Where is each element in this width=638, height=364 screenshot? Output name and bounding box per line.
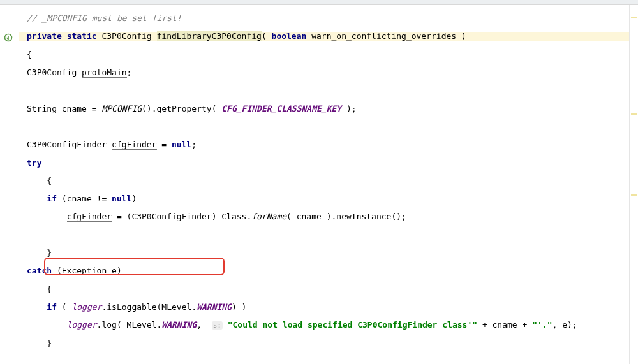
method-call: isLoggable bbox=[107, 302, 156, 312]
kw-if: if bbox=[47, 302, 57, 312]
brace: { bbox=[47, 284, 52, 294]
method-call: MPCONFIG bbox=[101, 104, 142, 113]
type: C3P0Config bbox=[27, 68, 77, 77]
class: MLevel bbox=[161, 302, 191, 312]
type: C3P0Config bbox=[101, 31, 151, 41]
kw-if: if bbox=[47, 194, 57, 203]
string: "Could not load specified C3P0ConfigFind… bbox=[228, 320, 477, 330]
p: ; bbox=[572, 320, 577, 330]
kw-static: static bbox=[67, 31, 97, 41]
string: "'." bbox=[532, 320, 552, 330]
field: logger bbox=[67, 320, 97, 330]
p: ; bbox=[401, 212, 406, 221]
method-decl: findLibraryC3P0Config bbox=[157, 31, 262, 41]
class: MLevel bbox=[127, 320, 157, 330]
p: ) bbox=[461, 31, 466, 41]
field: logger bbox=[71, 302, 101, 312]
stripe-mark[interactable] bbox=[631, 17, 637, 18]
kw-try: try bbox=[27, 158, 41, 168]
var: cfgFinder bbox=[67, 212, 112, 222]
method-call: forName bbox=[251, 212, 286, 221]
op: + bbox=[517, 320, 532, 330]
var: e bbox=[562, 320, 567, 330]
error-stripe[interactable] bbox=[629, 5, 638, 364]
tab-strip bbox=[0, 0, 638, 5]
comment: // _MPCONFIG must be set first! bbox=[27, 13, 182, 23]
p: = bbox=[87, 104, 101, 113]
op: != bbox=[92, 194, 112, 203]
var: cname bbox=[67, 194, 92, 203]
brace: { bbox=[47, 176, 52, 186]
code-editor[interactable]: // _MPCONFIG must be set first! private … bbox=[0, 0, 638, 364]
type: String bbox=[27, 104, 57, 113]
stripe-mark[interactable] bbox=[631, 194, 637, 196]
type: C3P0ConfigFinder bbox=[27, 140, 107, 149]
type: Exception bbox=[62, 266, 107, 275]
var: cname bbox=[493, 320, 517, 330]
class: Class bbox=[221, 212, 246, 221]
code-area[interactable]: // _MPCONFIG must be set first! private … bbox=[19, 5, 629, 364]
const: CFG_FINDER_CLASSNAME_KEY bbox=[221, 104, 341, 113]
var: cname bbox=[297, 212, 322, 221]
gutter bbox=[0, 5, 19, 364]
p: ; bbox=[191, 140, 197, 149]
null: null bbox=[112, 194, 131, 203]
p: ; bbox=[127, 68, 132, 77]
type-bool: boolean bbox=[272, 31, 307, 41]
brace-line: { bbox=[19, 50, 629, 59]
method-call: log bbox=[101, 320, 116, 330]
p: ( bbox=[262, 31, 267, 41]
var: cname bbox=[62, 104, 87, 113]
kw-private: private bbox=[27, 31, 62, 41]
p: ; bbox=[352, 104, 357, 113]
p: . bbox=[152, 104, 157, 113]
var: e bbox=[112, 266, 117, 275]
p: = bbox=[157, 140, 172, 149]
override-icon bbox=[4, 33, 13, 42]
method-call: newInstance bbox=[336, 212, 391, 221]
param: warn_on_conflicting_overrides bbox=[311, 31, 456, 41]
null: null bbox=[172, 140, 191, 149]
const: WARNING bbox=[197, 302, 232, 312]
param-hint: s: bbox=[212, 321, 223, 330]
var: protoMain bbox=[82, 68, 126, 78]
method-call: getProperty bbox=[157, 104, 212, 113]
type: C3P0ConfigFinder bbox=[131, 212, 211, 221]
const: WARNING bbox=[161, 320, 197, 330]
brace: } bbox=[47, 339, 52, 348]
brace: } bbox=[47, 248, 52, 258]
kw-catch: catch bbox=[27, 266, 52, 275]
var: cfgFinder bbox=[112, 140, 156, 150]
op: + bbox=[477, 320, 492, 330]
stripe-mark[interactable] bbox=[631, 113, 637, 115]
